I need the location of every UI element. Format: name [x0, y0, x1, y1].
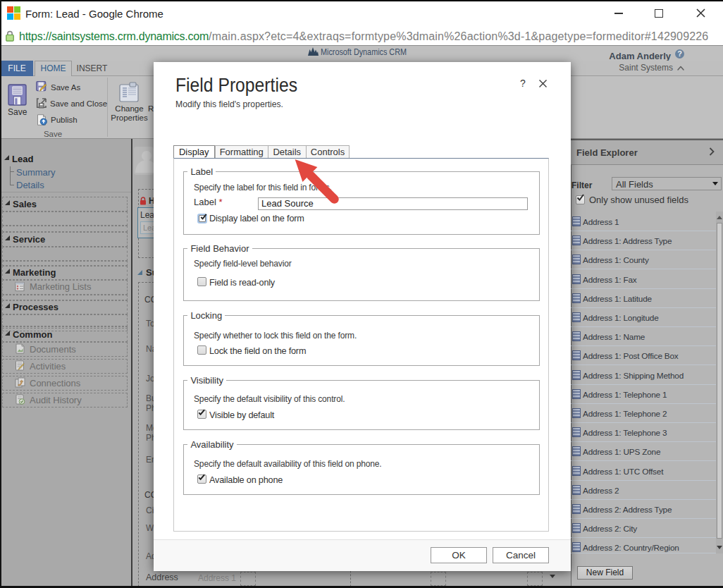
svg-text:Microsoft Dynamics CRM: Microsoft Dynamics CRM	[321, 47, 407, 57]
svg-text:Field Properties: Field Properties	[175, 74, 297, 96]
svg-text:Modify this field's properties: Modify this field's properties.	[175, 99, 283, 109]
